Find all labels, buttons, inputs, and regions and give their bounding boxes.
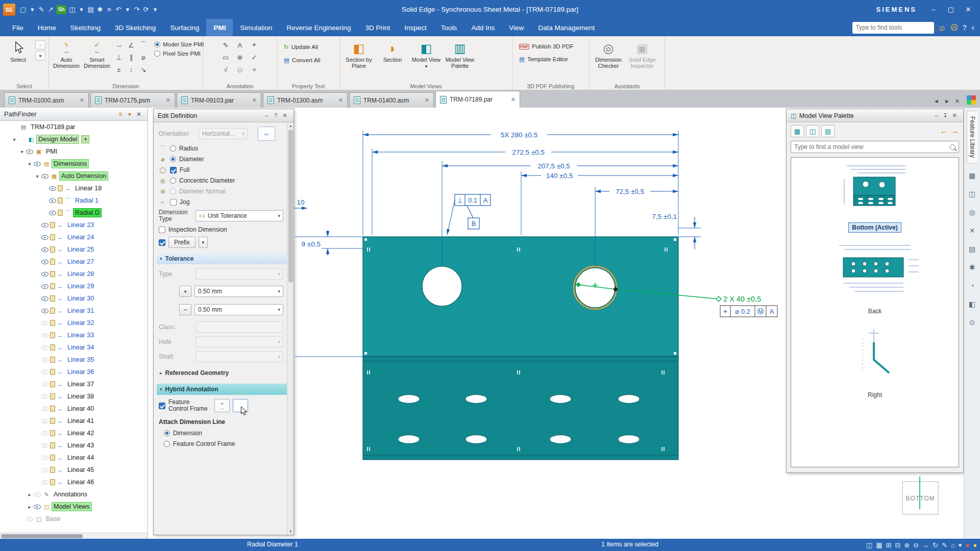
scrollbar-thumb[interactable]	[1, 534, 83, 538]
item-label[interactable]: Annotations	[52, 490, 89, 498]
pathfinder-item[interactable]: ▾ ▤ Dimensions	[0, 158, 148, 170]
check-annotation-icon[interactable]: ✓	[248, 52, 261, 63]
alert-status-icon[interactable]: ●	[965, 541, 969, 549]
window-layout-icon[interactable]	[967, 95, 976, 105]
feedback-negative-icon[interactable]: ☹	[950, 23, 959, 32]
item-label[interactable]: Base	[44, 515, 62, 523]
tab-surfacing[interactable]: Surfacing	[163, 19, 206, 36]
print-icon[interactable]: ▤	[86, 4, 95, 16]
model-view-label[interactable]: Bottom (Active)	[849, 223, 900, 232]
model-view-search[interactable]	[791, 141, 959, 153]
attach-fcf-radio[interactable]	[164, 441, 170, 447]
edit-definition-header[interactable]: Edit Definition –?✕	[154, 109, 293, 122]
model-view-button[interactable]: ◧ Model View ▾	[410, 38, 442, 71]
visibility-eye-icon[interactable]	[48, 185, 57, 192]
tab-file[interactable]: File	[5, 19, 31, 36]
minimize-panel-icon[interactable]: –	[262, 112, 271, 119]
surface-finish-icon[interactable]: √	[219, 64, 232, 75]
coordinate-dimension-icon[interactable]: ↘	[138, 64, 149, 75]
close-tab-icon[interactable]: ✕	[166, 97, 170, 104]
tab-sketching[interactable]: Sketching	[63, 19, 108, 36]
visibility-eye-icon[interactable]	[48, 209, 57, 216]
item-label[interactable]: Linear 29	[66, 282, 95, 290]
referenced-geometry-section-header[interactable]: ▸ Referenced Geometry	[157, 367, 288, 379]
item-label[interactable]: Linear 23	[66, 221, 95, 229]
plus-tolerance-button[interactable]: +	[179, 286, 191, 297]
item-label[interactable]: TRM-07189.par	[29, 123, 77, 131]
close-panel-icon[interactable]: ✕	[280, 112, 289, 119]
pathfinder-item[interactable]: ▾ ▦ Auto Dimension	[0, 170, 148, 182]
pathfinder-item[interactable]: ↔ Linear 35	[0, 354, 148, 366]
arc-dimension-icon[interactable]: ⌒	[138, 39, 149, 51]
zoom-out-icon[interactable]: ⊖	[913, 541, 919, 549]
tab-view[interactable]: View	[502, 19, 531, 36]
pathfinder-item[interactable]: ↔ Linear 32	[0, 317, 148, 329]
item-label[interactable]: Linear 40	[66, 405, 95, 413]
scrollbar-thumb[interactable]	[288, 130, 293, 283]
tree-expander-icon[interactable]: ▾	[34, 173, 41, 179]
tab-home[interactable]: Home	[31, 19, 63, 36]
update-all-button[interactable]: ↻Update All	[280, 41, 336, 53]
home-view-icon[interactable]: ⌂	[951, 541, 955, 549]
fcf-place-button[interactable]	[233, 399, 248, 412]
close-tab-icon[interactable]: ✕	[252, 97, 257, 104]
prefix-dropdown-icon[interactable]: ▾	[199, 237, 208, 248]
tree-expander-icon[interactable]: ▾	[18, 149, 26, 155]
item-label[interactable]: Linear 33	[66, 331, 95, 339]
refresh-icon[interactable]: ⟳	[141, 4, 151, 16]
diameter-radio[interactable]	[170, 156, 176, 162]
leader-handle-3[interactable]	[716, 296, 721, 302]
find-tools-input[interactable]	[855, 24, 935, 31]
minimize-panel-icon[interactable]: –	[932, 112, 941, 119]
dim-272-5[interactable]: 272,5 ±0,5	[512, 148, 545, 156]
pathfinder-item[interactable]: ↔ Linear 29	[0, 280, 148, 292]
pathfinder-pin-icon[interactable]: ▾	[125, 111, 134, 118]
item-label[interactable]: Linear 27	[66, 258, 95, 266]
dim-9[interactable]: 9 ±0,5	[302, 240, 321, 248]
pathfinder-item[interactable]: ↔ Linear 28	[0, 268, 148, 280]
create-model-view-icon[interactable]: ▦	[791, 125, 804, 137]
distance-between-icon[interactable]: ↔	[113, 39, 125, 51]
select-button[interactable]: Select	[3, 38, 33, 65]
symmetric-dimension-icon[interactable]: ±	[113, 64, 125, 75]
fcf-edit-button[interactable]: ⌖ ...	[214, 399, 230, 412]
pathfinder-item[interactable]: ⌒ Radial 1	[0, 194, 148, 207]
doc-tab-trm-07189[interactable]: TRM-07189.par ✕	[435, 91, 520, 108]
model-view-palette-button[interactable]: ▥ Model View Palette	[444, 38, 476, 71]
pathfinder-item[interactable]: ⌒ Radial D	[0, 207, 148, 219]
pathfinder-item[interactable]: ▸ ✎ Annotations	[0, 488, 148, 500]
close-pane-icon[interactable]: ✕	[966, 224, 978, 237]
save-icon[interactable]: ◫	[67, 4, 77, 16]
new-document-dropdown-icon[interactable]: ▾	[28, 4, 37, 16]
pathfinder-header[interactable]: PathFinder ≡▾✕	[0, 108, 148, 121]
pan-icon[interactable]: ↔	[922, 541, 929, 549]
attach-dimension-option[interactable]: Dimension	[159, 430, 283, 437]
pathfinder-item[interactable]: ▾ ◧ Design Model ▾	[0, 133, 148, 145]
visibility-eye-icon[interactable]	[33, 503, 41, 510]
text-box-icon[interactable]: ▭	[219, 52, 232, 63]
item-label[interactable]: Linear 34	[66, 343, 95, 352]
pathfinder-item[interactable]: ↔ Linear 25	[0, 243, 148, 256]
item-label[interactable]: Dimensions	[52, 160, 88, 168]
item-label[interactable]: Linear 37	[66, 380, 95, 388]
magnifier-icon[interactable]: ◎	[966, 206, 978, 218]
close-tab-icon[interactable]: ✕	[80, 97, 84, 104]
text-annotation-icon[interactable]: A	[233, 39, 247, 51]
visibility-eye-icon[interactable]	[48, 197, 57, 204]
visibility-eye-icon[interactable]	[41, 381, 49, 388]
tab-pmi[interactable]: PMI	[206, 19, 233, 36]
dim-280[interactable]: 5X 280 ±0,5	[501, 131, 538, 139]
pathfinder-item[interactable]: ↔ Linear 38	[0, 390, 148, 403]
model-view-label[interactable]: Right	[865, 390, 885, 399]
visibility-eye-icon[interactable]	[33, 160, 41, 167]
item-label[interactable]: Model Views	[52, 503, 91, 511]
inspection-dimension-checkbox[interactable]	[159, 227, 165, 233]
item-label[interactable]: Linear 38	[66, 392, 95, 400]
visibility-eye-icon[interactable]	[41, 234, 49, 241]
pathfinder-item[interactable]: ↔ Linear 42	[0, 427, 148, 439]
weld-symbol-icon[interactable]: ◇	[233, 64, 247, 75]
pathfinder-horizontal-scrollbar[interactable]	[0, 533, 148, 539]
visibility-eye-icon[interactable]	[41, 405, 49, 412]
item-label[interactable]: Radial 1	[74, 196, 100, 205]
tab-inspect[interactable]: Inspect	[397, 19, 434, 36]
